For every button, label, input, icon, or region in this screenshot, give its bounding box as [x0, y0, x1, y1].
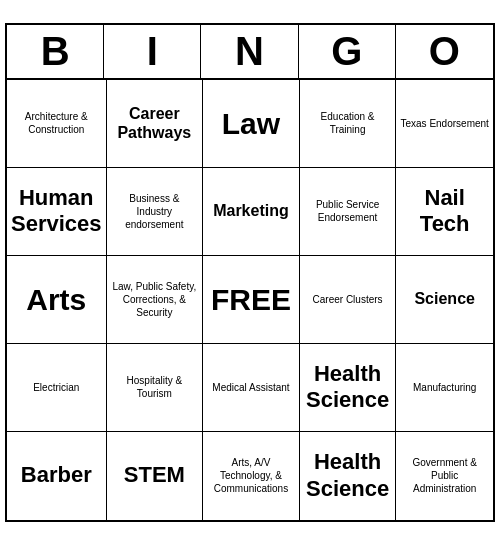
bingo-cell: Public Service Endorsement — [300, 168, 397, 256]
bingo-cell: Business & Industry endorsement — [107, 168, 204, 256]
cell-label: Arts, A/V Technology, & Communications — [207, 456, 295, 495]
header-letter: B — [7, 25, 104, 78]
header-letter: I — [104, 25, 201, 78]
bingo-cell: Human Services — [7, 168, 107, 256]
bingo-cell: Career Pathways — [107, 80, 204, 168]
cell-label: Marketing — [213, 201, 289, 220]
cell-label: Architecture & Construction — [11, 110, 102, 136]
bingo-cell: Electrician — [7, 344, 107, 432]
bingo-cell: Marketing — [203, 168, 300, 256]
cell-label: Electrician — [33, 381, 79, 394]
bingo-grid: Architecture & ConstructionCareer Pathwa… — [7, 80, 493, 520]
cell-label: Texas Endorsement — [400, 117, 488, 130]
bingo-cell: Nail Tech — [396, 168, 493, 256]
bingo-header: BINGO — [7, 25, 493, 80]
header-letter: O — [396, 25, 493, 78]
header-letter: N — [201, 25, 298, 78]
cell-label: Business & Industry endorsement — [111, 192, 199, 231]
cell-label: Government & Public Administration — [400, 456, 489, 495]
bingo-cell: Architecture & Construction — [7, 80, 107, 168]
bingo-cell: Barber — [7, 432, 107, 520]
cell-label: STEM — [124, 462, 185, 488]
cell-label: Barber — [21, 462, 92, 488]
bingo-cell: Government & Public Administration — [396, 432, 493, 520]
cell-label: Medical Assistant — [212, 381, 289, 394]
cell-label: Health Science — [304, 449, 392, 502]
bingo-card: BINGO Architecture & ConstructionCareer … — [5, 23, 495, 522]
cell-label: Public Service Endorsement — [304, 198, 392, 224]
cell-label: Nail Tech — [400, 185, 489, 238]
bingo-cell: Education & Training — [300, 80, 397, 168]
bingo-cell: FREE — [203, 256, 300, 344]
bingo-cell: Health Science — [300, 344, 397, 432]
bingo-cell: Law, Public Safety, Corrections, & Secur… — [107, 256, 204, 344]
cell-label: Health Science — [304, 361, 392, 414]
cell-label: Hospitality & Tourism — [111, 374, 199, 400]
cell-label: Law, Public Safety, Corrections, & Secur… — [111, 280, 199, 319]
bingo-cell: Career Clusters — [300, 256, 397, 344]
cell-label: Manufacturing — [413, 381, 476, 394]
bingo-cell: Manufacturing — [396, 344, 493, 432]
bingo-cell: Health Science — [300, 432, 397, 520]
cell-label: Career Clusters — [313, 293, 383, 306]
bingo-cell: Medical Assistant — [203, 344, 300, 432]
bingo-cell: Hospitality & Tourism — [107, 344, 204, 432]
bingo-cell: Arts, A/V Technology, & Communications — [203, 432, 300, 520]
bingo-cell: Texas Endorsement — [396, 80, 493, 168]
cell-label: Arts — [26, 283, 86, 316]
cell-label: Science — [414, 289, 474, 308]
cell-label: Human Services — [11, 185, 102, 238]
cell-label: FREE — [211, 283, 291, 316]
bingo-cell: Arts — [7, 256, 107, 344]
cell-label: Career Pathways — [111, 104, 199, 142]
cell-label: Law — [222, 107, 280, 140]
bingo-cell: STEM — [107, 432, 204, 520]
cell-label: Education & Training — [304, 110, 392, 136]
header-letter: G — [299, 25, 396, 78]
bingo-cell: Law — [203, 80, 300, 168]
bingo-cell: Science — [396, 256, 493, 344]
